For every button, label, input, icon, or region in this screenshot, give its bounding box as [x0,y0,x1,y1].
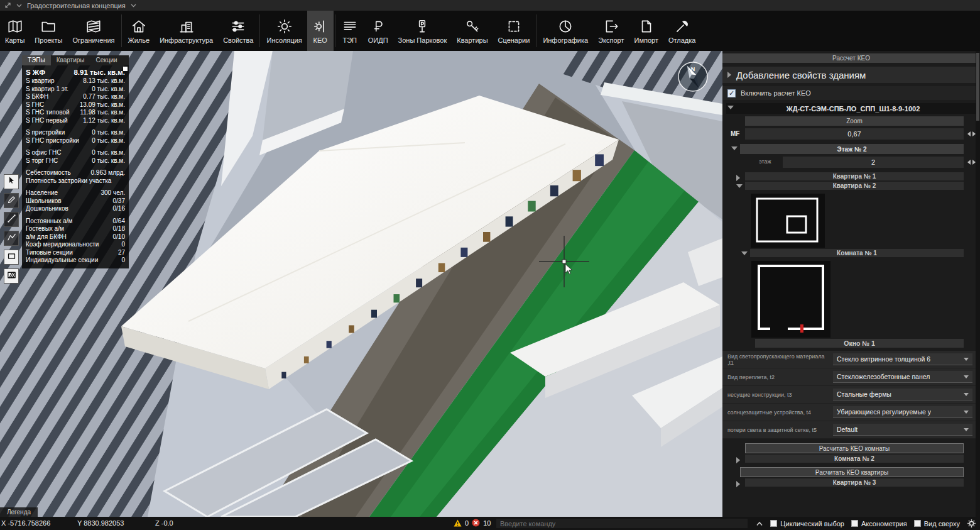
toolbar-item-projects[interactable]: Проекты [30,11,67,51]
room-plan-thumbnail[interactable] [751,261,830,338]
expander-icon[interactable] [736,457,740,463]
chevron-down-icon[interactable] [130,3,137,8]
hatch-icon [6,270,17,283]
stats-row: S ГНС типовой11.98 тыс. кв.м. [22,109,129,117]
gear-icon[interactable] [967,519,976,528]
toolbar-item-infographics[interactable]: Инфографика [538,11,593,51]
error-icon[interactable] [472,519,480,527]
property-value: Убирающиеся регулируемые у [837,408,931,416]
expander-icon[interactable] [727,72,731,78]
tool-polyline-button[interactable] [4,231,19,246]
restrictions-icon [85,18,102,35]
spinner-arrows-icon[interactable] [967,131,976,136]
viewport-3d[interactable]: ТЭПыКвартирыСекции S ЖФ8.91 тыс. кв.м.S … [0,51,722,517]
toolbar-item-tep[interactable]: ТЭП [337,11,363,51]
toolbar-item-restrictions[interactable]: Ограничения [68,11,120,51]
floor-value-field[interactable]: 2 [783,157,964,168]
compass-north-label: N [691,66,695,72]
stat-value: 0 [121,241,125,249]
toolbar-item-import[interactable]: Импорт [629,11,663,51]
toolbar-item-apartments[interactable]: Квартиры [452,11,493,51]
toolbar-item-properties[interactable]: Свойства [218,11,258,51]
property-row: потери света в защитной сетке, t5Default [722,421,980,439]
apartment-2-row[interactable]: Квартира № 2 [745,182,964,190]
toggle-top-view[interactable]: Вид сверху [914,520,960,527]
warning-icon[interactable] [454,519,462,527]
expander-icon[interactable] [731,146,738,150]
zoom-bar[interactable]: Zoom [745,116,964,126]
room-1-row[interactable]: Комната № 1 [750,249,964,257]
stat-value: 0 тыс. кв.м. [92,149,125,157]
toggle-cyclic-selection[interactable]: Циклический выбор [770,520,844,527]
toolbar-item-keo[interactable]: КЕО [307,11,334,51]
stats-row: Себестоимость0.963 млрд. [22,169,129,177]
spinner-arrows-icon[interactable] [967,160,976,165]
checkbox-top-view[interactable] [914,520,921,527]
toolbar-item-scenarios[interactable]: Сценарии [493,11,535,51]
expander-icon[interactable] [736,184,743,188]
building-id-row[interactable]: ЖД-СТ-СЭМ-СПБ-ЛО_СПП_Ш1-8-9-1002 [726,103,980,114]
scrollbar-thumb[interactable] [976,53,979,121]
toolbar-item-oidp[interactable]: ОИДП [363,11,393,51]
expander-icon[interactable] [736,175,740,181]
property-dropdown[interactable]: Default [833,424,972,436]
mf-value-field[interactable]: 0,67 [745,128,964,140]
crosshair-cursor [539,236,589,287]
property-dropdown[interactable]: Стальные фермы [833,389,972,400]
stats-tab-teps[interactable]: ТЭПы [22,55,51,65]
expander-icon[interactable] [727,106,734,109]
calc-apartment-keo-button[interactable]: Расчитать КЕО квартиры [740,467,964,477]
tool-pencil-button[interactable] [4,193,19,208]
checkbox-cyclic-selection[interactable] [770,520,777,527]
compass[interactable]: N [677,61,709,92]
enable-keo-checkbox[interactable] [727,89,736,97]
stats-tab-apartments[interactable]: Квартиры [51,55,90,65]
main-toolbar: КартыПроектыОграниченияЖильеИнфраструкту… [0,11,980,51]
toolbar-item-infrastructure[interactable]: Инфраструктура [155,11,218,51]
property-dropdown[interactable]: Стекло витринное толщиной 6 [833,353,972,365]
window-1-row[interactable]: Окно № 1 [755,339,964,348]
toolbar-item-insolation[interactable]: Инсоляция [261,11,307,51]
stats-tab-sections[interactable]: Секции [90,55,123,65]
stat-label: S ГНС типовой [26,109,70,117]
chevron-down-icon[interactable] [16,3,23,8]
toolbar-item-maps[interactable]: Карты [0,11,30,51]
section-add-building-props[interactable]: Добавление свойств зданиям [722,67,980,83]
floor-header-row[interactable]: Этаж № 2 [740,144,964,154]
command-input[interactable] [496,519,748,528]
apartment-plan-thumbnail[interactable] [751,194,825,248]
property-label: Вид светопропускающего материала ,t1 [727,353,833,366]
toggle-axonometry[interactable]: Аксонометрия [851,520,907,527]
apartment-1-row[interactable]: Квартира № 1 [745,172,964,180]
toolbar-item-label: Инфраструктура [160,36,213,44]
toolbar-item-export[interactable]: Экспорт [593,11,629,51]
property-dropdown[interactable]: Стекложелезобетонные панел [833,371,972,383]
tool-line-button[interactable] [4,212,19,227]
calc-room-keo-button[interactable]: Расчитать КЕО комнаты [745,443,964,453]
tool-select-button[interactable] [4,174,19,189]
checkbox-axonometry[interactable] [851,520,858,527]
facade-window [506,216,513,226]
expander-icon[interactable] [736,481,740,487]
panel-handle[interactable] [123,67,128,71]
toolbar-item-label: Карты [5,36,24,44]
stats-row: Гостевых а/м0/18 [22,225,129,233]
section-title: Добавление свойств зданиям [736,70,866,80]
scrollbar[interactable] [976,51,980,517]
toolbar-item-parking[interactable]: Зоны Парковок [393,11,452,51]
toolbar-item-debug[interactable]: Отладка [663,11,700,51]
tool-hatch-button[interactable] [4,268,19,284]
stat-label: Себестоимость [26,169,71,177]
chevron-up-icon[interactable] [756,521,763,526]
apartment-3-row[interactable]: Квартира № 3 [745,478,964,487]
toolbar-item-housing[interactable]: Жилье [123,11,155,51]
toolbar-item-label: ОИДП [368,36,388,44]
resize-icon[interactable] [4,2,11,9]
property-dropdown[interactable]: Убирающиеся регулируемые у [833,406,972,418]
import-icon [638,18,655,35]
apartment-1-label: Квартира № 1 [833,173,876,180]
expander-icon[interactable] [741,251,748,255]
tool-rect-button[interactable] [4,250,19,265]
legend-label[interactable]: Легенда [0,507,38,517]
room-2-row[interactable]: Комната № 2 [745,455,964,463]
